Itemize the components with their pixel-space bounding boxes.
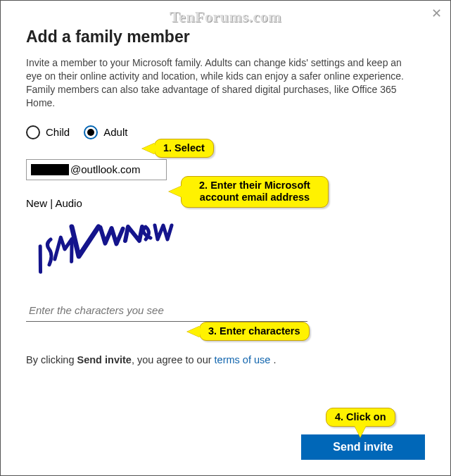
radio-circle-icon (26, 125, 40, 139)
captcha-input[interactable] (26, 299, 307, 322)
radio-child-label: Child (46, 126, 70, 138)
radio-dot-icon (87, 129, 94, 136)
radio-circle-icon (84, 125, 98, 139)
separator: | (47, 197, 55, 209)
radio-adult[interactable]: Adult (84, 125, 127, 139)
close-icon[interactable]: ✕ (431, 8, 442, 19)
annotation-3: 3. Enter characters (199, 322, 310, 341)
annotation-1: 1. Select (154, 139, 214, 158)
terms-of-use-link[interactable]: terms of use (215, 354, 271, 365)
send-invite-button[interactable]: Send invite (301, 434, 425, 460)
agree-text: By clicking Send invite, you agree to ou… (26, 354, 425, 365)
radio-adult-label: Adult (103, 126, 127, 138)
annotation-3-text: 3. Enter characters (208, 325, 300, 337)
annotation-2-text: 2. Enter their Microsoft account email a… (199, 180, 310, 203)
annotation-4-text: 4. Click on (335, 411, 386, 422)
agree-dot: . (270, 354, 276, 365)
agree-bold: Send invite (77, 354, 132, 365)
captcha-new-link[interactable]: New (26, 197, 47, 209)
member-type-radio-group: Child Adult (26, 125, 425, 139)
annotation-2: 2. Enter their Microsoft account email a… (181, 176, 329, 208)
agree-mid: , you agree to our (132, 354, 215, 365)
agree-prefix: By clicking (26, 354, 77, 365)
email-suffix: @outllook.com (70, 163, 140, 175)
page-title: Add a family member (26, 27, 425, 46)
radio-child[interactable]: Child (26, 125, 70, 139)
captcha-image (26, 213, 181, 281)
email-field[interactable]: @outllook.com (26, 159, 167, 180)
redacted-block (31, 164, 69, 175)
annotation-4: 4. Click on (326, 408, 395, 427)
annotation-1-text: 1. Select (163, 142, 205, 154)
captcha-audio-link[interactable]: Audio (55, 197, 82, 209)
description-text: Invite a member to your Microsoft family… (26, 56, 420, 110)
